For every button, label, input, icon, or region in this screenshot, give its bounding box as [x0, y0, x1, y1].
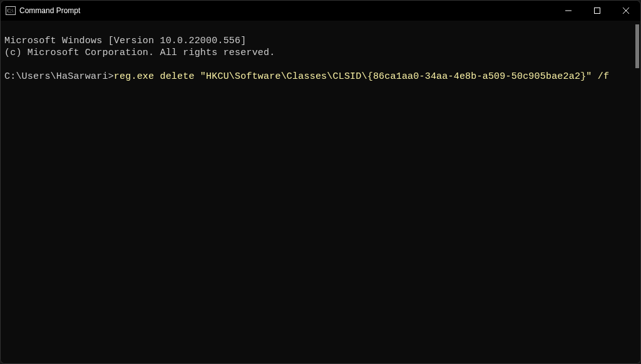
scrollbar-thumb[interactable]	[635, 24, 639, 68]
titlebar[interactable]: C:\ Command Prompt	[1, 1, 640, 21]
svg-text:C:\: C:\	[8, 8, 14, 14]
titlebar-left: C:\ Command Prompt	[6, 6, 80, 16]
terminal-area[interactable]: Microsoft Windows [Version 10.0.22000.55…	[1, 21, 640, 364]
prompt-path: C:\Users\HaSarwari>	[4, 71, 114, 83]
close-button[interactable]	[612, 1, 640, 21]
window-controls	[554, 1, 640, 21]
typed-command: reg.exe delete "HKCU\Software\Classes\CL…	[114, 71, 609, 83]
command-prompt-icon: C:\	[6, 6, 16, 16]
svg-rect-3	[595, 8, 600, 14]
version-line: Microsoft Windows [Version 10.0.22000.55…	[4, 36, 246, 46]
minimize-button[interactable]	[554, 1, 583, 21]
maximize-button[interactable]	[583, 1, 612, 21]
window-title: Command Prompt	[19, 6, 80, 15]
copyright-line: (c) Microsoft Corporation. All rights re…	[4, 48, 275, 58]
